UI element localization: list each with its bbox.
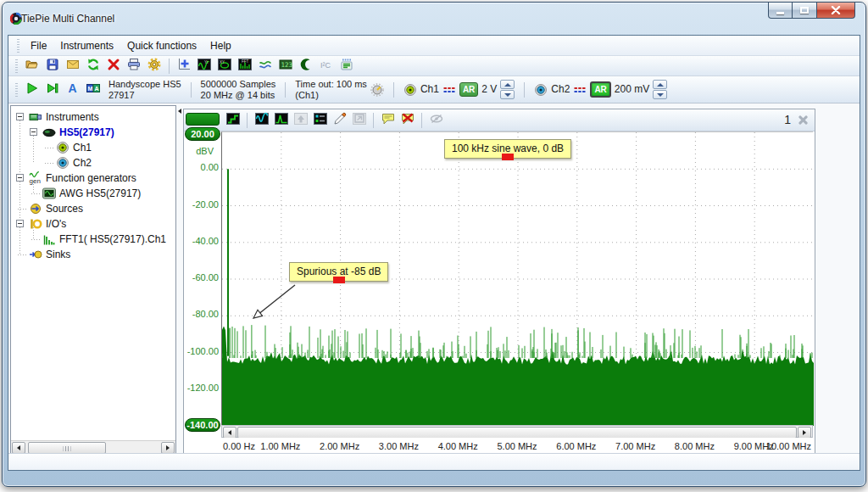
- x-tick-label: 7.00 MHz: [615, 441, 655, 451]
- tree-item-label[interactable]: Sources: [46, 203, 83, 215]
- tree-item-label[interactable]: I/O's: [46, 218, 66, 230]
- delete-annotation-button[interactable]: [398, 112, 416, 130]
- tree-item-ch2[interactable]: Ch2: [11, 155, 175, 171]
- scroll-right-button[interactable]: [161, 442, 175, 454]
- plot-hscrollbar[interactable]: [221, 425, 813, 438]
- maximize-button[interactable]: [793, 3, 817, 19]
- yt-graph-button[interactable]: Yt: [195, 57, 214, 75]
- coupling-icon[interactable]: [442, 83, 456, 97]
- i2c-button[interactable]: I²C: [317, 57, 336, 75]
- measure-mode-button[interactable]: MA: [84, 81, 103, 99]
- toolbar-grip: [17, 39, 19, 53]
- ch2-led-icon[interactable]: [534, 83, 548, 97]
- collapse-expander-icon[interactable]: [16, 220, 24, 227]
- minimize-button[interactable]: [768, 3, 793, 19]
- measure-mode-icon: MA: [86, 81, 100, 98]
- one-shot-button[interactable]: [43, 81, 62, 99]
- y-axis[interactable]: 20.00 dBV -140.00 0.00-20.00-40.00-60.00…: [184, 131, 221, 456]
- ch1-led-icon[interactable]: [403, 83, 417, 97]
- titlebar[interactable]: TiePie Multi Channel: [3, 3, 865, 35]
- timeout-knob-icon[interactable]: [370, 83, 384, 97]
- auto-range-button[interactable]: AR: [590, 81, 610, 98]
- scroll-left-button[interactable]: [12, 442, 25, 454]
- tree-item-label[interactable]: HS5(27917): [59, 126, 114, 138]
- open-button[interactable]: [23, 57, 42, 75]
- tree-item-label[interactable]: Ch2: [73, 157, 92, 169]
- add-graph-button[interactable]: [175, 57, 193, 75]
- settings-button[interactable]: [145, 57, 164, 75]
- hs5-icon: [42, 126, 56, 139]
- annotation-callout[interactable]: 100 kHz sine wave, 0 dB: [444, 139, 571, 159]
- range-down-button[interactable]: [500, 90, 515, 99]
- graph-style-sine-button[interactable]: [253, 112, 270, 130]
- numeric-display-button[interactable]: 123: [276, 57, 295, 75]
- menu-file[interactable]: File: [24, 37, 53, 54]
- range-down-button[interactable]: [653, 90, 667, 99]
- channel-list-button[interactable]: [311, 112, 329, 130]
- tree-item-label[interactable]: Instruments: [46, 111, 99, 123]
- tree-item-i-o-s[interactable]: I/O's: [11, 216, 175, 232]
- tree-item-instruments[interactable]: Instruments: [11, 109, 175, 125]
- auto-range-button[interactable]: AR: [459, 82, 478, 97]
- pen-button[interactable]: [331, 112, 348, 130]
- annotation-callout[interactable]: Spurious at -85 dB: [289, 262, 388, 282]
- graph-style-peak-button[interactable]: [272, 112, 290, 130]
- annotation-marker[interactable]: [333, 277, 345, 283]
- scroll-right-button[interactable]: [798, 427, 811, 439]
- refresh-button[interactable]: [84, 57, 103, 75]
- tree-item-sources[interactable]: Sources: [11, 201, 175, 216]
- tree-item-awg-hs5-27917[interactable]: AWG HS5(27917): [11, 186, 175, 201]
- datalogger-button[interactable]: [337, 57, 356, 75]
- menu-instruments[interactable]: Instruments: [53, 37, 120, 54]
- autosetup-button[interactable]: A: [64, 81, 82, 99]
- close-button[interactable]: [817, 3, 855, 19]
- panel-splitter[interactable]: [176, 103, 183, 456]
- email-button[interactable]: [64, 57, 82, 75]
- style-sine-icon: [255, 112, 269, 129]
- y-axis-top-value[interactable]: 20.00: [185, 127, 220, 141]
- save-button[interactable]: [43, 57, 62, 75]
- scroll-thumb[interactable]: [28, 442, 106, 454]
- menu-help[interactable]: Help: [203, 37, 238, 54]
- tree-item-label[interactable]: FFT1( HS5(27917).Ch1: [59, 233, 166, 245]
- tree-item-ch1[interactable]: Ch1: [11, 140, 175, 155]
- collapse-expander-icon[interactable]: [30, 128, 37, 136]
- tree-item-label[interactable]: AWG HS5(27917): [59, 187, 141, 199]
- scroll-left-button[interactable]: [223, 427, 236, 439]
- y-axis-bottom-value[interactable]: -140.00: [185, 418, 220, 432]
- tree-hscrollbar[interactable]: [11, 440, 175, 454]
- meter-button[interactable]: [256, 57, 275, 75]
- tree-item-sinks[interactable]: Sinks: [11, 247, 175, 262]
- tree-item-fft1-hs5-27917-ch1[interactable]: FFT1( HS5(27917).Ch1: [11, 232, 175, 247]
- collapse-expander-icon[interactable]: [16, 113, 24, 120]
- range-value[interactable]: 200 mV: [615, 84, 649, 95]
- xy-graph-button[interactable]: XY: [215, 57, 234, 75]
- delete-button[interactable]: [104, 57, 123, 75]
- start-button[interactable]: [23, 81, 42, 99]
- coupling-icon[interactable]: [573, 83, 587, 97]
- plot-area[interactable]: 100 kHz sine wave, 0 dBSpurious at -85 d…: [221, 131, 813, 425]
- collapse-panel-icon[interactable]: [178, 109, 181, 114]
- collapse-expander-icon[interactable]: [16, 174, 24, 182]
- scroll-thumb[interactable]: [237, 427, 797, 439]
- range-up-button[interactable]: [500, 80, 515, 89]
- graph-close-icon[interactable]: [797, 114, 810, 126]
- tree-item-label[interactable]: Ch1: [73, 142, 92, 154]
- tree-item-label[interactable]: Sinks: [46, 249, 70, 260]
- crescent-button[interactable]: [297, 57, 315, 75]
- x-tick-label: 3.00 MHz: [379, 441, 419, 451]
- tree-item-hs5-27917[interactable]: HS5(27917): [11, 125, 175, 140]
- fft-graph-button[interactable]: FFT: [236, 57, 254, 75]
- tree-item-label[interactable]: Function generators: [46, 172, 136, 184]
- axis-header-bar[interactable]: [186, 113, 220, 126]
- range-up-button[interactable]: [653, 80, 667, 89]
- eye-disabled-icon: [430, 112, 443, 129]
- menu-quick-functions[interactable]: Quick functions: [120, 37, 203, 54]
- style-step-icon: [226, 112, 240, 129]
- annotation-marker[interactable]: [502, 154, 514, 160]
- graph-style-step-button[interactable]: [224, 112, 242, 130]
- range-value[interactable]: 2 V: [481, 84, 497, 95]
- tree-item-function-generators[interactable]: genFunction generators: [11, 171, 175, 186]
- print-button[interactable]: [125, 57, 143, 75]
- add-annotation-button[interactable]: [379, 112, 397, 130]
